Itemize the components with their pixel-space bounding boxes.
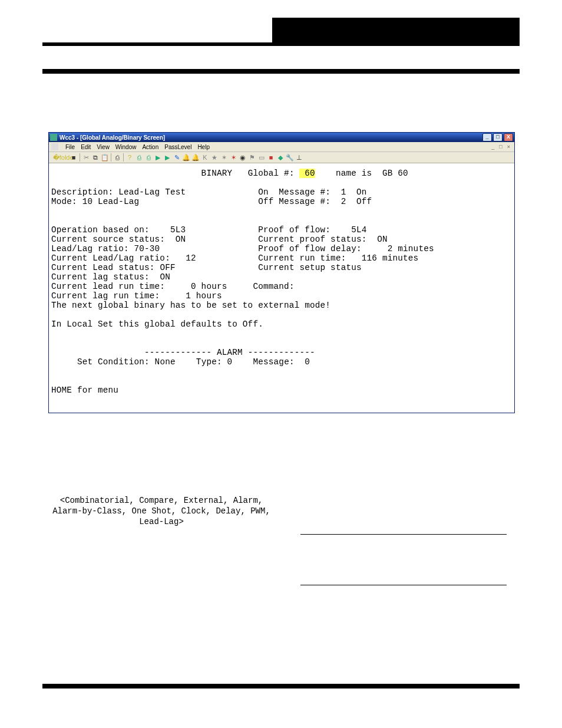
bell-icon[interactable]: 🔔 <box>181 153 191 162</box>
mode-value: 10 Lead-Lag <box>82 197 140 206</box>
ll-ratio-value: 70-30 <box>134 244 160 253</box>
name-value: GB 60 <box>382 169 408 178</box>
cut-icon[interactable]: ✂ <box>81 153 91 162</box>
lead-status-label: Current Lead status: <box>51 263 155 272</box>
setup-status-label: Current setup status <box>258 263 362 272</box>
tree-icon[interactable]: ⊥ <box>295 153 304 162</box>
toolbar-sep <box>80 153 80 162</box>
help-icon[interactable]: ? <box>125 153 134 162</box>
top-rule <box>42 42 520 46</box>
mdi-min[interactable]: _ <box>490 144 496 150</box>
cur-ll-ratio-value: 12 <box>186 253 196 263</box>
app-icon <box>50 134 57 141</box>
binary-label: BINARY <box>201 169 233 178</box>
global-number-field[interactable]: 60 <box>299 169 315 178</box>
alarm-type-label: Type: <box>196 357 222 367</box>
alarm-divider: ------------- ALARM ------------- <box>144 348 315 357</box>
content-area[interactable]: BINARY Global #: 60 name is GB 60 Descri… <box>49 163 514 413</box>
header-black-box <box>272 18 520 42</box>
alarm-message-label: Message: <box>253 357 294 367</box>
star2-icon[interactable]: ✶ <box>219 153 229 162</box>
menu-help[interactable]: Help <box>197 144 210 150</box>
box-icon[interactable]: ▭ <box>257 153 266 162</box>
maximize-button[interactable]: □ <box>493 133 503 141</box>
star-red-icon[interactable]: ✶ <box>229 153 238 162</box>
printer-b-icon[interactable]: ⎙ <box>144 153 153 162</box>
thin-rule-2 <box>300 585 507 585</box>
menu-edit[interactable]: Edit <box>81 144 91 150</box>
mdi-close[interactable]: × <box>505 144 512 150</box>
note-icon[interactable]: ✎ <box>172 153 181 162</box>
proof-status-value: ON <box>377 235 388 244</box>
set-cond-label: Set Condition: <box>77 357 150 367</box>
printer-a-icon[interactable]: ⎙ <box>134 153 144 162</box>
home-for-menu: HOME for menu <box>51 386 118 395</box>
app-window: Wcc3 - [Global Analog/Binary Screen] _ □… <box>48 132 515 413</box>
green-arrow-icon[interactable]: ◆ <box>276 153 285 162</box>
mdi-icon <box>51 143 58 150</box>
off-message-num: 2 <box>341 197 346 206</box>
bottom-rule <box>42 684 520 689</box>
lead-status-value: OFF <box>160 263 175 272</box>
body-line-2: Alarm-by-Class, One Shot, Clock, Delay, … <box>49 506 273 516</box>
title-bar[interactable]: Wcc3 - [Global Analog/Binary Screen] _ □… <box>49 133 514 142</box>
red-dot-icon[interactable]: ■ <box>266 153 276 162</box>
open-icon[interactable]: �folder <box>59 153 69 162</box>
local-default-msg: In Local Set this global defaults to Off… <box>51 319 263 329</box>
description-label: Description: <box>51 187 113 197</box>
menu-action[interactable]: Action <box>142 144 158 150</box>
minimize-button[interactable]: _ <box>482 133 492 141</box>
op-based-value: 5L3 <box>170 225 186 235</box>
src-status-value: ON <box>176 235 186 244</box>
description-value: Lead-Lag Test <box>118 187 186 197</box>
thin-rule-1 <box>300 534 507 535</box>
lag-status-label: Current lag status: <box>51 272 150 282</box>
star-icon[interactable]: ★ <box>210 153 219 162</box>
name-label: name is <box>336 169 372 178</box>
window-title: Wcc3 - [Global Analog/Binary Screen] <box>59 134 165 141</box>
clock-icon[interactable]: ◉ <box>238 153 247 162</box>
k-icon[interactable]: K <box>200 153 210 162</box>
off-message-text: Off <box>356 197 372 206</box>
menu-bar: File Edit View Window Action PassLevel H… <box>49 142 514 152</box>
window-controls: _ □ X <box>482 133 513 141</box>
lag-run-label: Current lag run time: <box>51 291 160 301</box>
run-icon[interactable]: ▶ <box>153 153 163 162</box>
alarm-type-value: 0 <box>227 357 233 367</box>
toolbar-sep <box>111 153 111 162</box>
global-label: Global #: <box>248 169 295 178</box>
proof-delay-label: Proof of flow delay: <box>258 244 362 253</box>
mdi-max[interactable]: □ <box>497 144 504 150</box>
lag-run-value: 1 hours <box>186 291 222 301</box>
menu-file[interactable]: File <box>65 144 75 150</box>
proof-flow-label: Proof of flow: <box>258 225 330 235</box>
menu-passlevel[interactable]: PassLevel <box>164 144 191 150</box>
set-cond-value: None <box>155 357 176 367</box>
menu-view[interactable]: View <box>97 144 110 150</box>
body-line-1: <Combinatorial, Compare, External, Alarm… <box>49 495 273 506</box>
copy-icon[interactable]: ⧉ <box>91 153 100 162</box>
lead-run-label: Current lead run time: <box>51 282 165 291</box>
op-based-label: Operation based on: <box>51 225 150 235</box>
menu-window[interactable]: Window <box>115 144 137 150</box>
close-button[interactable]: X <box>504 133 513 141</box>
flag-icon[interactable]: ⚑ <box>247 153 257 162</box>
save-icon[interactable]: ■ <box>69 153 78 162</box>
lag-status-value: ON <box>160 272 170 282</box>
wrench-icon[interactable]: 🔧 <box>285 153 295 162</box>
mode-label: Mode: <box>51 197 77 206</box>
src-status-label: Current source status: <box>51 235 165 244</box>
print-icon[interactable]: ⎙ <box>113 153 122 162</box>
lead-run-value: 0 hours <box>191 282 227 291</box>
proof-flow-value: 5L4 <box>351 225 366 235</box>
proof-delay-value: 2 minutes <box>388 244 434 253</box>
mdi-controls: _ □ × <box>490 144 512 150</box>
on-message-text: On <box>356 187 367 197</box>
paste-icon[interactable]: 📋 <box>100 153 110 162</box>
bell-mute-icon[interactable]: 🔔 <box>191 153 200 162</box>
run2-icon[interactable]: ▶ <box>163 153 172 162</box>
next-global-msg: The next global binary has to be set to … <box>51 301 330 310</box>
page-body-text: <Combinatorial, Compare, External, Alarm… <box>49 495 273 527</box>
on-message-num: 1 <box>341 187 346 197</box>
proof-status-label: Current proof status: <box>258 235 366 244</box>
